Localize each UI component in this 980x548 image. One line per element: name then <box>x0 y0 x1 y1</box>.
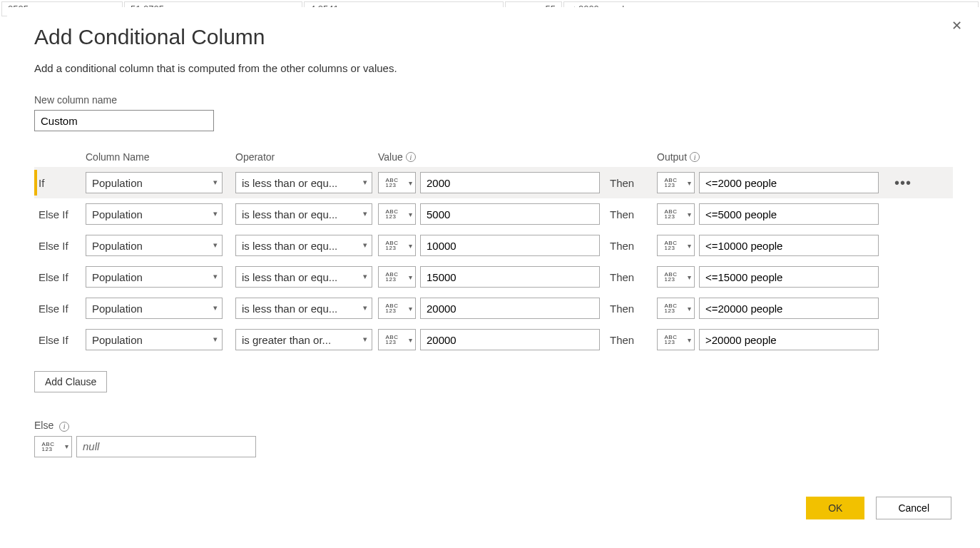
clause-row[interactable]: Else If Population is less than or equ..… <box>34 230 953 261</box>
output-input[interactable] <box>699 298 879 319</box>
column-name-input[interactable] <box>34 110 214 131</box>
info-icon[interactable]: i <box>59 422 69 432</box>
value-input[interactable] <box>420 266 600 288</box>
elseif-label: Else If <box>34 208 86 220</box>
else-label: Else <box>34 420 53 431</box>
info-icon[interactable]: i <box>406 152 416 162</box>
value-input[interactable] <box>420 203 600 225</box>
dialog-subtitle: Add a conditional column that is compute… <box>34 62 953 74</box>
operator-dropdown[interactable]: is less than or equ... <box>235 266 372 288</box>
output-type-dropdown[interactable]: ABC123 <box>657 266 695 288</box>
conditional-column-dialog: ✕ Add Conditional Column Add a condition… <box>7 7 980 541</box>
output-type-dropdown[interactable]: ABC123 <box>657 329 695 350</box>
value-type-dropdown[interactable]: ABC123 <box>378 298 416 319</box>
value-type-dropdown[interactable]: ABC123 <box>378 329 416 350</box>
operator-dropdown[interactable]: is greater than or... <box>235 329 372 350</box>
dialog-title: Add Conditional Column <box>34 25 953 49</box>
elseif-label: Else If <box>34 334 86 346</box>
close-button[interactable]: ✕ <box>951 18 962 34</box>
add-clause-button[interactable]: Add Clause <box>34 371 107 392</box>
clause-row[interactable]: Else If Population is less than or equ..… <box>34 198 953 230</box>
value-input[interactable] <box>420 329 600 350</box>
if-label: If <box>34 177 86 189</box>
operator-dropdown[interactable]: is less than or equ... <box>235 235 372 256</box>
operator-dropdown[interactable]: is less than or equ... <box>235 298 372 319</box>
row-more-button[interactable]: ••• <box>889 175 917 191</box>
clause-row[interactable]: If Population is less than or equ... ABC… <box>34 167 953 198</box>
value-input[interactable] <box>420 298 600 319</box>
value-type-dropdown[interactable]: ABC123 <box>378 172 416 193</box>
output-input[interactable] <box>699 329 879 350</box>
clause-row[interactable]: Else If Population is less than or equ..… <box>34 293 953 324</box>
then-label: Then <box>610 303 657 315</box>
column-dropdown[interactable]: Population <box>86 266 223 288</box>
elseif-label: Else If <box>34 240 86 252</box>
then-label: Then <box>610 271 657 283</box>
output-type-dropdown[interactable]: ABC123 <box>657 235 695 256</box>
value-type-dropdown[interactable]: ABC123 <box>378 266 416 288</box>
output-input[interactable] <box>699 203 879 225</box>
value-input[interactable] <box>420 172 600 193</box>
elseif-label: Else If <box>34 271 86 283</box>
clause-rows: If Population is less than or equ... ABC… <box>34 167 953 355</box>
dialog-footer: OK Cancel <box>806 497 951 519</box>
output-input[interactable] <box>699 172 879 193</box>
then-label: Then <box>610 334 657 346</box>
value-input[interactable] <box>420 235 600 256</box>
output-type-dropdown[interactable]: ABC123 <box>657 203 695 225</box>
clause-row[interactable]: Else If Population is greater than or...… <box>34 324 953 355</box>
column-name-label: New column name <box>34 94 953 106</box>
else-type-dropdown[interactable]: ABC123 <box>34 436 72 457</box>
clause-row[interactable]: Else If Population is less than or equ..… <box>34 261 953 293</box>
output-input[interactable] <box>699 266 879 288</box>
header-output: Output <box>657 151 687 163</box>
header-column: Column Name <box>86 151 235 163</box>
info-icon[interactable]: i <box>690 152 700 162</box>
output-input[interactable] <box>699 235 879 256</box>
clause-grid-headers: Column Name Operator Value i Output i <box>34 151 953 167</box>
ok-button[interactable]: OK <box>806 497 864 519</box>
output-type-dropdown[interactable]: ABC123 <box>657 298 695 319</box>
column-dropdown[interactable]: Population <box>86 235 223 256</box>
column-dropdown[interactable]: Population <box>86 329 223 350</box>
operator-dropdown[interactable]: is less than or equ... <box>235 172 372 193</box>
header-value: Value <box>378 151 403 163</box>
column-dropdown[interactable]: Population <box>86 172 223 193</box>
then-label: Then <box>610 208 657 220</box>
operator-dropdown[interactable]: is less than or equ... <box>235 203 372 225</box>
value-type-dropdown[interactable]: ABC123 <box>378 203 416 225</box>
cancel-button[interactable]: Cancel <box>876 497 951 519</box>
column-dropdown[interactable]: Population <box>86 203 223 225</box>
else-value-input[interactable] <box>76 436 256 457</box>
header-operator: Operator <box>235 151 378 163</box>
then-label: Then <box>610 240 657 252</box>
value-type-dropdown[interactable]: ABC123 <box>378 235 416 256</box>
then-label: Then <box>610 177 657 189</box>
else-section: Else i ABC123 <box>34 420 953 457</box>
column-dropdown[interactable]: Population <box>86 298 223 319</box>
output-type-dropdown[interactable]: ABC123 <box>657 172 695 193</box>
elseif-label: Else If <box>34 303 86 315</box>
